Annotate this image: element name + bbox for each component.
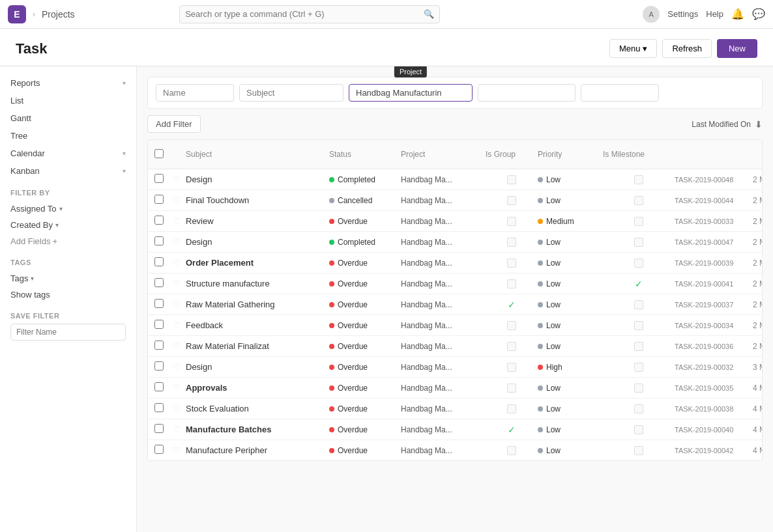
row-is-group[interactable] xyxy=(486,446,538,455)
row-is-milestone[interactable] xyxy=(603,300,675,309)
row-subject[interactable]: Approvals xyxy=(186,383,329,393)
sidebar-item-list[interactable]: List xyxy=(0,92,136,109)
filter-empty1-input[interactable] xyxy=(478,84,576,102)
table-row[interactable]: ♡ Review Overdue Handbag Ma... Medium TA… xyxy=(148,211,762,232)
sidebar-item-reports[interactable]: Reports ▾ xyxy=(0,74,136,92)
table-row[interactable]: ♡ Feedback Overdue Handbag Ma... Low TAS… xyxy=(148,315,762,336)
add-fields-button[interactable]: Add Fields + xyxy=(10,233,126,249)
table-row[interactable]: ♡ Raw Material Gathering Overdue Handbag… xyxy=(148,294,762,315)
table-row[interactable]: ♡ Manufacture Batches Overdue Handbag Ma… xyxy=(148,419,762,440)
search-bar[interactable]: 🔍 xyxy=(179,5,440,23)
settings-button[interactable]: Settings xyxy=(667,9,698,19)
row-is-group[interactable] xyxy=(486,259,538,268)
row-subject[interactable]: Manufacture Peripher xyxy=(186,445,329,455)
row-is-group[interactable] xyxy=(486,404,538,413)
row-checkbox[interactable] xyxy=(154,257,173,268)
row-is-group[interactable] xyxy=(486,384,538,393)
row-heart[interactable]: ♡ xyxy=(173,300,186,309)
row-heart[interactable]: ♡ xyxy=(173,216,186,226)
filter-empty2-input[interactable] xyxy=(581,84,659,102)
row-subject[interactable]: Design xyxy=(186,237,329,247)
breadcrumb-projects[interactable]: Projects xyxy=(42,9,75,20)
row-subject[interactable]: Feedback xyxy=(186,320,329,330)
table-row[interactable]: ♡ Design Overdue Handbag Ma... High TASK… xyxy=(148,357,762,378)
row-subject[interactable]: Raw Material Finalizat xyxy=(186,341,329,351)
row-is-milestone[interactable] xyxy=(603,217,675,226)
row-heart[interactable]: ♡ xyxy=(173,341,186,351)
chat-icon[interactable]: 💬 xyxy=(752,8,765,20)
row-checkbox[interactable] xyxy=(154,299,173,310)
row-is-group[interactable] xyxy=(486,175,538,184)
row-is-milestone[interactable] xyxy=(603,196,675,205)
row-heart[interactable]: ♡ xyxy=(173,175,186,184)
sort-icon[interactable]: ⬇ xyxy=(755,119,763,130)
row-heart[interactable]: ♡ xyxy=(173,425,186,434)
row-heart[interactable]: ♡ xyxy=(173,383,186,393)
row-heart[interactable]: ♡ xyxy=(173,279,186,288)
row-is-milestone[interactable] xyxy=(603,175,675,184)
row-is-group[interactable] xyxy=(486,196,538,205)
row-subject[interactable]: Manufacture Batches xyxy=(186,425,329,434)
row-is-milestone[interactable] xyxy=(603,259,675,268)
assigned-to-filter[interactable]: Assigned To ▾ xyxy=(10,201,126,217)
row-is-group[interactable] xyxy=(486,279,538,288)
table-row[interactable]: ♡ Stock Evaluation Overdue Handbag Ma...… xyxy=(148,399,762,419)
row-is-group[interactable] xyxy=(486,342,538,351)
name-filter-input[interactable] xyxy=(156,84,234,102)
row-heart[interactable]: ♡ xyxy=(173,362,186,372)
row-checkbox[interactable] xyxy=(154,361,173,372)
row-is-milestone[interactable] xyxy=(603,363,675,372)
tags-filter[interactable]: Tags ▾ xyxy=(10,270,126,287)
row-checkbox[interactable] xyxy=(154,424,173,435)
row-heart[interactable]: ♡ xyxy=(173,404,186,413)
row-is-milestone[interactable] xyxy=(603,238,675,247)
row-is-group[interactable]: ✓ xyxy=(486,300,538,310)
table-row[interactable]: ♡ Final Touchdown Cancelled Handbag Ma..… xyxy=(148,190,762,211)
project-filter-input[interactable] xyxy=(349,84,473,102)
row-checkbox[interactable] xyxy=(154,216,173,227)
row-checkbox[interactable] xyxy=(154,236,173,247)
row-is-milestone[interactable] xyxy=(603,384,675,393)
help-button[interactable]: Help xyxy=(706,9,723,19)
row-heart[interactable]: ♡ xyxy=(173,237,186,247)
row-is-milestone[interactable] xyxy=(603,342,675,351)
row-subject[interactable]: Final Touchdown xyxy=(186,195,329,205)
row-checkbox[interactable] xyxy=(154,195,173,206)
header-checkbox[interactable] xyxy=(154,149,173,160)
new-button[interactable]: New xyxy=(717,39,757,58)
table-row[interactable]: ♡ Raw Material Finalizat Overdue Handbag… xyxy=(148,336,762,357)
add-filter-button[interactable]: Add Filter xyxy=(147,115,201,133)
row-is-group[interactable] xyxy=(486,321,538,330)
created-by-filter[interactable]: Created By ▾ xyxy=(10,217,126,233)
refresh-button[interactable]: Refresh xyxy=(662,39,712,58)
table-row[interactable]: ♡ Approvals Overdue Handbag Ma... Low TA… xyxy=(148,378,762,399)
row-checkbox[interactable] xyxy=(154,278,173,289)
row-is-milestone[interactable] xyxy=(603,425,675,434)
row-is-group[interactable]: ✓ xyxy=(486,425,538,435)
sidebar-item-calendar[interactable]: Calendar ▾ xyxy=(0,145,136,162)
row-is-milestone[interactable] xyxy=(603,321,675,330)
table-row[interactable]: ♡ Design Completed Handbag Ma... Low TAS… xyxy=(148,169,762,190)
row-subject[interactable]: Raw Material Gathering xyxy=(186,300,329,309)
table-row[interactable]: ♡ Structure manufacture Overdue Handbag … xyxy=(148,273,762,294)
row-checkbox[interactable] xyxy=(154,341,173,352)
sidebar-item-tree[interactable]: Tree xyxy=(0,127,136,145)
row-is-milestone[interactable] xyxy=(603,404,675,413)
row-checkbox[interactable] xyxy=(154,320,173,331)
filter-name-input[interactable] xyxy=(10,324,126,341)
row-subject[interactable]: Stock Evaluation xyxy=(186,404,329,413)
row-checkbox[interactable] xyxy=(154,382,173,393)
row-subject[interactable]: Review xyxy=(186,216,329,226)
row-is-milestone[interactable] xyxy=(603,446,675,455)
menu-button[interactable]: Menu ▾ xyxy=(609,39,658,58)
row-is-group[interactable] xyxy=(486,217,538,226)
table-row[interactable]: ♡ Manufacture Peripher Overdue Handbag M… xyxy=(148,440,762,460)
subject-filter-input[interactable] xyxy=(239,84,343,102)
row-heart[interactable]: ♡ xyxy=(173,195,186,205)
row-is-milestone[interactable]: ✓ xyxy=(603,279,675,289)
row-heart[interactable]: ♡ xyxy=(173,445,186,455)
show-tags-item[interactable]: Show tags xyxy=(10,287,126,303)
row-heart[interactable]: ♡ xyxy=(173,258,186,268)
row-is-group[interactable] xyxy=(486,363,538,372)
row-is-group[interactable] xyxy=(486,238,538,247)
